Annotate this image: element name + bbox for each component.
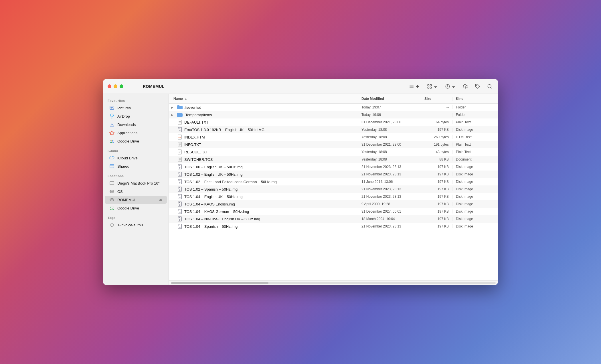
file-cell-name: TOS 1.02 – English UK – 50Hz.img bbox=[169, 171, 358, 177]
maximize-button[interactable] bbox=[120, 84, 123, 88]
finder-window: ROMEMUL bbox=[103, 79, 498, 285]
file-type-icon bbox=[177, 127, 183, 132]
svg-point-27 bbox=[110, 223, 113, 226]
sidebar-item-applications[interactable]: Applications bbox=[105, 129, 167, 137]
table-row[interactable]: TOS 1.02 – Fast Load Edited Icons German… bbox=[169, 178, 498, 185]
sidebar-item-tag-invoice[interactable]: 1-invoice-auth0 bbox=[105, 221, 167, 229]
scrollbar-thumb[interactable] bbox=[171, 282, 268, 284]
col-date-header[interactable]: Date Modified bbox=[358, 97, 421, 101]
grid-view-button[interactable] bbox=[426, 83, 439, 90]
table-row[interactable]: TOS 1.04 – Spanish – 50Hz.img 21 Novembe… bbox=[169, 223, 498, 230]
file-cell-kind: Disk Image bbox=[452, 172, 498, 176]
sidebar-item-airdrop[interactable]: AirDrop bbox=[105, 112, 167, 120]
file-cell-date: Yesterday, 18:08 bbox=[358, 150, 421, 154]
file-cell-size: 88 KB bbox=[421, 157, 452, 161]
file-type-icon bbox=[177, 201, 183, 207]
forward-button[interactable] bbox=[136, 85, 139, 88]
file-cell-name: </> INDEX.HTM bbox=[169, 134, 358, 140]
sidebar-item-googledrive2[interactable]: Google Drive bbox=[105, 204, 167, 212]
table-row[interactable]: DEFAULT.TXT 31 December 2021, 23:00 64 b… bbox=[169, 118, 498, 126]
list-view-button[interactable] bbox=[408, 83, 421, 90]
table-row[interactable]: INFO.TXT 31 December 2021, 23:00 191 byt… bbox=[169, 141, 498, 148]
expand-arrow-icon[interactable]: ▶ bbox=[171, 113, 175, 116]
file-type-icon bbox=[177, 216, 183, 222]
sidebar-item-icloud-drive[interactable]: iCloud Drive bbox=[105, 154, 167, 162]
svg-rect-6 bbox=[428, 87, 429, 88]
traffic-lights bbox=[108, 84, 123, 88]
table-row[interactable]: TOS 1.00 – English UK – 50Hz.img 21 Nove… bbox=[169, 163, 498, 171]
col-size-header[interactable]: Size bbox=[421, 97, 452, 101]
file-type-icon: </> bbox=[177, 134, 183, 140]
table-row[interactable]: ▶ .fseventsd Today, 19:07 -- Folder bbox=[169, 104, 498, 111]
applications-icon bbox=[109, 130, 114, 135]
svg-marker-18 bbox=[110, 131, 114, 135]
sidebar-item-shared[interactable]: Shared bbox=[105, 162, 167, 170]
sidebar-item-macbook-label: Diego's MacBook Pro 16" bbox=[117, 181, 159, 185]
search-button[interactable] bbox=[486, 83, 493, 90]
file-cell-date: 21 November 2023, 23:13 bbox=[358, 195, 421, 199]
table-row[interactable]: TOS 1.04 – KAOS German – 50Hz.img 31 Dec… bbox=[169, 208, 498, 215]
svg-point-69 bbox=[179, 197, 180, 198]
file-cell-name: TOS 1.04 – KAOS English.img bbox=[169, 201, 358, 207]
svg-rect-4 bbox=[428, 84, 429, 86]
file-type-icon bbox=[177, 186, 183, 192]
sidebar-item-googledrive[interactable]: Google Drive bbox=[105, 137, 167, 145]
table-row[interactable]: TOS 1.02 – Spanish – 50Hz.img 21 Novembe… bbox=[169, 185, 498, 193]
file-cell-name: TOS 1.02 – Fast Load Edited Icons German… bbox=[169, 179, 358, 185]
col-kind-header[interactable]: Kind bbox=[452, 97, 498, 101]
sidebar-item-os[interactable]: OS bbox=[105, 187, 167, 195]
scrollbar-area bbox=[169, 280, 498, 285]
sidebar-item-downloads[interactable]: Downloads bbox=[105, 120, 167, 128]
close-button[interactable] bbox=[108, 84, 111, 88]
eject-button[interactable]: ⏏ bbox=[159, 198, 162, 202]
sidebar-item-romemul[interactable]: ROMEMUL ⏏ bbox=[105, 196, 167, 204]
back-button[interactable] bbox=[130, 85, 134, 88]
file-cell-kind: Plain Text bbox=[452, 150, 498, 154]
sidebar-item-pictures-label: Pictures bbox=[117, 106, 131, 110]
file-cell-date: 21 November 2023, 23:13 bbox=[358, 165, 421, 169]
file-name: .fseventsd bbox=[184, 105, 201, 110]
table-row[interactable]: TOS 1.04 – No-Line-F English UK – 50Hz.i… bbox=[169, 215, 498, 223]
table-row[interactable]: TOS 1.04 – KAOS English.img 9 April 2000… bbox=[169, 200, 498, 208]
table-row[interactable]: EmuTOS 1.3.0 192KB – English UK – 50Hz.I… bbox=[169, 126, 498, 133]
svg-point-53 bbox=[179, 167, 180, 169]
sidebar-item-pictures[interactable]: Pictures bbox=[105, 104, 167, 112]
more-button[interactable] bbox=[444, 83, 457, 90]
file-cell-date: 31 December 2021, 23:00 bbox=[358, 143, 421, 147]
table-row[interactable]: TOS 1.04 – English UK – 50Hz.img 21 Nove… bbox=[169, 193, 498, 200]
file-cell-kind: Disk Image bbox=[452, 187, 498, 191]
file-cell-name: DEFAULT.TXT bbox=[169, 119, 358, 125]
table-row[interactable]: ▶ .TemporaryItems Today, 19:06 -- Folder bbox=[169, 111, 498, 118]
sidebar-item-macbook[interactable]: Diego's MacBook Pro 16" bbox=[105, 179, 167, 187]
svg-rect-56 bbox=[179, 173, 180, 173]
file-cell-name: TOS 1.04 – Spanish – 50Hz.img bbox=[169, 223, 358, 229]
favourites-section-title: Favourites bbox=[103, 97, 169, 104]
tag-circle-icon bbox=[109, 222, 114, 228]
file-name: TOS 1.04 – English UK – 50Hz.img bbox=[184, 195, 243, 199]
scrollbar-track[interactable] bbox=[171, 282, 496, 284]
file-name: TOS 1.04 – No-Line-F English UK – 50Hz.i… bbox=[184, 217, 260, 221]
file-cell-size: 43 bytes bbox=[421, 150, 452, 154]
minimize-button[interactable] bbox=[114, 84, 117, 88]
svg-text:</>: </> bbox=[179, 137, 181, 138]
svg-point-35 bbox=[179, 130, 180, 131]
file-cell-size: 197 KB bbox=[421, 180, 452, 184]
shared-icon bbox=[109, 164, 114, 169]
downloads-icon bbox=[109, 122, 114, 127]
expand-arrow-icon[interactable]: ▶ bbox=[171, 106, 175, 109]
file-cell-kind: Disk Image bbox=[452, 195, 498, 199]
file-cell-name: EmuTOS 1.3.0 192KB – English UK – 50Hz.I… bbox=[169, 127, 358, 132]
file-type-icon bbox=[177, 112, 183, 118]
svg-point-77 bbox=[179, 212, 180, 213]
table-row[interactable]: TOS 1.02 – English UK – 50Hz.img 21 Nove… bbox=[169, 171, 498, 178]
table-row[interactable]: </> INDEX.HTM Yesterday, 18:08 260 bytes… bbox=[169, 133, 498, 141]
file-cell-size: 64 bytes bbox=[421, 120, 452, 124]
file-cell-size: 197 KB bbox=[421, 172, 452, 176]
table-row[interactable]: RESCUE.TXT Yesterday, 18:08 43 bytes Pla… bbox=[169, 148, 498, 156]
tag-button[interactable] bbox=[474, 83, 481, 90]
file-cell-name: TOS 1.04 – KAOS German – 50Hz.img bbox=[169, 209, 358, 214]
share-button[interactable] bbox=[462, 83, 469, 90]
col-name-header[interactable]: Name ▲ bbox=[169, 97, 358, 101]
table-row[interactable]: SWITCHER.TOS Yesterday, 18:08 88 KB Docu… bbox=[169, 156, 498, 163]
file-cell-date: Yesterday, 18:08 bbox=[358, 128, 421, 132]
